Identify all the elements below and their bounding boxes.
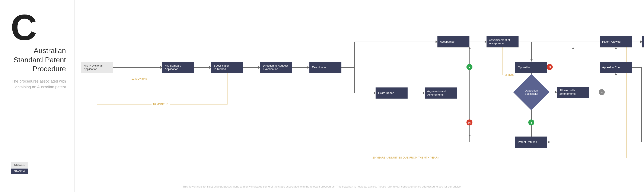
timeline [178, 104, 178, 158]
connector [641, 67, 642, 142]
timeline [227, 73, 228, 104]
connector [548, 142, 641, 142]
connector [470, 42, 486, 42]
badge-no-opposition: N [547, 64, 553, 70]
node-patent-expires: Patent Expires [642, 36, 644, 47]
connector [470, 93, 470, 136]
connector [292, 67, 310, 68]
badge-yes-opposition: Y [528, 120, 534, 126]
page-subtitle: The procedures associated with obtaining… [11, 78, 66, 90]
connector [616, 47, 616, 62]
node-spec-published: Specification Published [211, 62, 243, 73]
timeline [502, 47, 503, 75]
connector [194, 67, 211, 68]
flowchart-canvas: 12 MONTHS 18 MONTHS 3 MOS 20 YEARS (ANNU… [75, 0, 644, 192]
connector [470, 47, 470, 93]
node-file-standard: File Standard Application [162, 62, 194, 73]
disclaimer: This flowchart is for illustrative purpo… [0, 185, 644, 188]
connector [470, 136, 470, 142]
timeline [97, 79, 97, 104]
node-advertisement: Advertisement of Acceptance [486, 36, 518, 47]
connector [531, 42, 532, 62]
node-opposition-successful: Opposition Successful [513, 74, 550, 110]
connector [632, 42, 642, 42]
badge-yes-acceptance: Y [466, 64, 472, 70]
timeline-label-20: 20 YEARS (ANNUITIES DUE FROM THE 5TH YEA… [371, 156, 440, 159]
legend-stage4: STAGE 4 [11, 168, 28, 174]
connector [573, 47, 573, 86]
logo-letter: C [11, 13, 66, 42]
node-direction: Direction to Request Examination [260, 62, 292, 73]
node-opposition: Opposition [515, 62, 547, 73]
connector [113, 67, 162, 68]
node-appeal: Appeal to Court [600, 62, 632, 73]
node-file-provisional: File Provisional Application [81, 62, 113, 73]
node-arguments: Arguments and Amendments [425, 88, 457, 98]
connector [342, 67, 354, 68]
connector [470, 142, 515, 142]
legend: STAGE 1 STAGE 4 [11, 161, 28, 175]
timeline [97, 73, 97, 79]
badge-tilde: ≈ [599, 89, 605, 95]
connector [408, 93, 425, 93]
timeline-label-12: 12 MONTHS [130, 77, 148, 80]
connector [354, 42, 355, 93]
node-exam-report: Exam Report [376, 88, 408, 98]
connector [616, 73, 616, 142]
node-acceptance: Acceptance [438, 36, 470, 47]
badge-no-refused: N [466, 120, 472, 126]
node-patent-allowed: Patent Allowed [600, 36, 632, 47]
node-examination: Examination [310, 62, 342, 73]
timeline-label-3: 3 MOS [504, 74, 515, 76]
legend-stage1: STAGE 1 [11, 162, 28, 168]
connector [243, 67, 260, 68]
sidebar: C Australian Standard Patent Procedure T… [0, 0, 75, 192]
connector [632, 67, 641, 68]
node-allowed-amendments: Allowed with amendments [557, 86, 589, 98]
page-title: Australian Standard Patent Procedure [11, 46, 66, 74]
connector [354, 42, 438, 42]
timeline [178, 73, 178, 79]
timeline-label-18: 18 MONTHS [152, 103, 170, 106]
connector [457, 93, 470, 93]
node-patent-refused: Patent Refused [515, 136, 547, 148]
connector [354, 93, 376, 93]
